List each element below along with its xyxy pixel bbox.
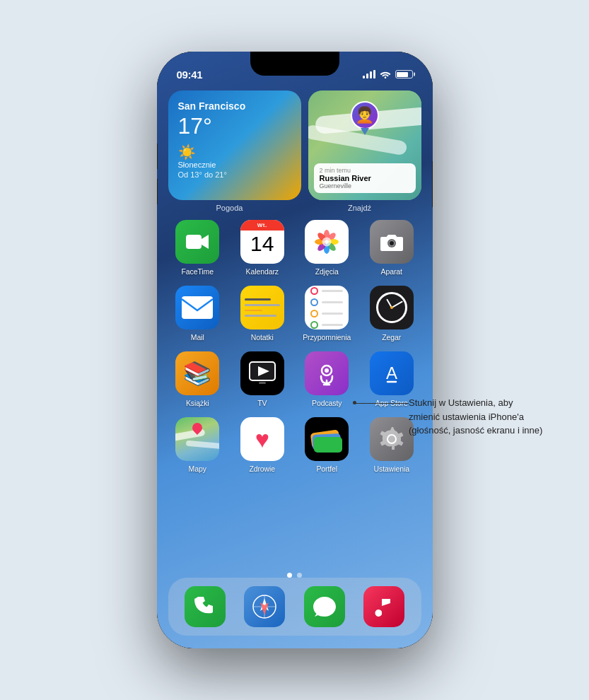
page-dot-2 <box>297 573 302 578</box>
find-info: 2 min temu Russian River Guerneville <box>314 163 416 193</box>
app-books[interactable]: 📚 Książki <box>168 351 228 407</box>
photos-icon <box>305 220 349 264</box>
signal-icon <box>363 70 375 78</box>
reminders-icon <box>305 286 349 329</box>
svg-text:A: A <box>386 363 397 383</box>
svg-point-20 <box>325 368 329 373</box>
podcasts-icon <box>305 351 349 395</box>
dock-music-icon <box>363 586 404 627</box>
find-place: Russian River <box>320 174 410 182</box>
weather-temp: 17° <box>178 113 291 139</box>
widget-labels: Pogoda Znajdź <box>157 204 433 212</box>
svg-rect-0 <box>186 235 202 249</box>
callout-text: Stuknij w Ustawienia, aby zmienić ustawi… <box>409 396 547 438</box>
dock-phone-icon <box>185 586 226 627</box>
wallet-icon <box>305 417 349 461</box>
maps-label: Mapy <box>189 465 206 473</box>
page-dots <box>157 573 433 578</box>
clock-icon <box>370 286 414 329</box>
notes-label: Notatki <box>251 333 274 342</box>
notch <box>250 52 339 76</box>
sun-icon: ☀️ <box>178 144 291 161</box>
battery-icon <box>395 70 413 78</box>
volume-down-button[interactable] <box>157 179 158 204</box>
tv-icon <box>240 351 284 395</box>
podcasts-label: Podcasty <box>312 399 342 407</box>
app-podcasts[interactable]: Podcasty <box>298 351 357 407</box>
volume-up-button[interactable] <box>157 144 158 169</box>
tv-label: TV <box>257 399 267 407</box>
app-camera[interactable]: Aparat <box>362 220 421 276</box>
app-clock[interactable]: Zegar <box>362 286 421 342</box>
dock-music[interactable] <box>363 586 404 627</box>
facetime-label: FaceTime <box>182 267 214 276</box>
photos-label: Zdjęcia <box>315 267 339 276</box>
settings-callout: Stuknij w Ustawienia, aby zmienić ustawi… <box>409 396 547 438</box>
svg-marker-1 <box>202 235 209 249</box>
svg-rect-15 <box>182 296 213 319</box>
dock-safari-icon <box>244 586 285 627</box>
widgets-area: San Francisco 17° ☀️ Słonecznie Od 13° d… <box>157 91 433 200</box>
books-label: Książki <box>186 399 209 407</box>
page-dot-1 <box>287 573 292 578</box>
app-grid: FaceTime Wt. 14 Kalendarz <box>157 220 433 473</box>
app-photos[interactable]: Zdjęcia <box>298 220 357 276</box>
svg-rect-18 <box>259 382 266 384</box>
status-time: 09:41 <box>177 69 203 81</box>
status-icons <box>363 70 413 78</box>
health-label: Zdrowie <box>249 465 275 473</box>
app-reminders[interactable]: Przypomnienia <box>298 286 357 342</box>
facetime-icon <box>175 220 219 264</box>
app-calendar[interactable]: Wt. 14 Kalendarz <box>233 220 292 276</box>
health-icon: ♥ <box>240 417 284 461</box>
app-notes[interactable]: Notatki <box>233 286 292 342</box>
app-maps[interactable]: Mapy <box>168 417 228 473</box>
dock <box>168 578 421 636</box>
power-button[interactable] <box>432 161 433 207</box>
dock-messages-icon <box>304 586 345 627</box>
find-time-ago: 2 min temu <box>320 167 410 174</box>
app-facetime[interactable]: FaceTime <box>168 220 228 276</box>
svg-point-14 <box>390 241 394 245</box>
weather-label: Pogoda <box>168 204 291 212</box>
dock-phone[interactable] <box>185 586 226 627</box>
reminders-label: Przypomnienia <box>303 333 351 342</box>
weather-city: San Francisco <box>178 100 291 112</box>
find-avatar: 🧑‍🦱 <box>351 101 379 129</box>
phone-screen: 09:41 <box>157 52 433 648</box>
wifi-icon <box>380 70 391 78</box>
camera-icon <box>370 220 414 264</box>
wallet-label: Portfel <box>316 465 337 473</box>
weather-range: Od 13° do 21° <box>178 170 291 179</box>
find-sub: Guerneville <box>320 182 410 189</box>
app-mail[interactable]: Mail <box>168 286 228 342</box>
books-icon: 📚 <box>175 351 219 395</box>
svg-point-11 <box>322 238 332 247</box>
mail-icon <box>175 286 219 329</box>
clock-label: Zegar <box>382 333 401 342</box>
calendar-icon: Wt. 14 <box>240 220 284 264</box>
settings-icon <box>370 417 414 461</box>
notes-icon <box>240 286 284 329</box>
dock-safari[interactable] <box>244 586 285 627</box>
weather-condition: Słonecznie <box>178 161 291 169</box>
calendar-day-name: Wt. <box>240 220 284 231</box>
mail-label: Mail <box>191 333 204 342</box>
maps-icon <box>175 417 219 461</box>
app-wallet[interactable]: Portfel <box>298 417 357 473</box>
find-widget[interactable]: 🧑‍🦱 2 min temu Russian River Guerneville <box>308 91 421 200</box>
app-health[interactable]: ♥ Zdrowie <box>233 417 292 473</box>
appstore-icon: A <box>370 351 414 395</box>
camera-label: Aparat <box>381 267 402 276</box>
find-pin <box>361 128 369 135</box>
dock-messages[interactable] <box>304 586 345 627</box>
find-label: Znajdź <box>298 204 421 212</box>
calendar-label: Kalendarz <box>246 267 279 276</box>
weather-widget[interactable]: San Francisco 17° ☀️ Słonecznie Od 13° d… <box>168 91 301 200</box>
phone-frame: 09:41 <box>157 52 433 648</box>
calendar-day-num: 14 <box>250 231 274 255</box>
app-tv[interactable]: TV <box>233 351 292 407</box>
settings-label: Ustawienia <box>374 465 409 473</box>
